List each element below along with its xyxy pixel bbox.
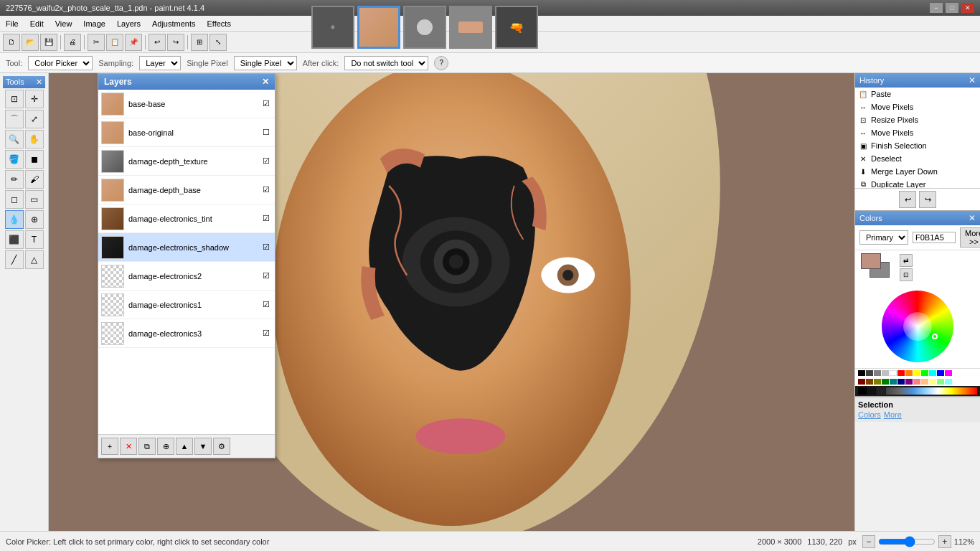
swatch-orange[interactable] [905,370,913,376]
recolor-tool[interactable]: ⬛ [5,230,24,249]
swatch-lightgray[interactable] [882,370,889,376]
history-item-resize[interactable]: ⊡ Resize Pixels [855,113,980,126]
tool-selector[interactable]: Color Picker [28,56,93,70]
menu-adjustments[interactable]: Adjustments [146,16,202,31]
line-tool[interactable]: ╱ [5,250,24,269]
layer-item-3[interactable]: damage-depth_base ☑ [98,176,275,204]
menu-effects[interactable]: Effects [202,16,237,31]
duplicate-layer-button[interactable]: ⧉ [138,438,156,455]
thumbnail-1[interactable]: ⊕ [311,6,354,49]
swatch-blue[interactable] [937,370,944,376]
history-item-merge[interactable]: ⬇ Merge Layer Down [855,165,980,178]
sampling-selector[interactable]: Layer [139,56,181,70]
minimize-button[interactable]: − [930,3,943,13]
history-item-paste[interactable]: 📋 Paste [855,88,980,100]
layer-properties-button[interactable]: ⚙ [213,438,230,455]
swatch-olive[interactable] [874,379,881,385]
swatch-vdark2[interactable] [867,387,876,395]
layers-list[interactable]: base-base ☑ base-original ☐ damage-depth… [98,90,275,434]
cut-button[interactable]: ✂ [88,34,105,51]
move-layer-up-button[interactable]: ▲ [176,438,193,455]
layer-visible-1[interactable]: ☐ [260,127,272,138]
color-wheel[interactable] [882,291,953,362]
layer-item-1[interactable]: base-original ☐ [98,118,275,147]
history-list[interactable]: 📋 Paste ↔ Move Pixels ⊡ Resize Pixels ↔ … [855,88,980,188]
history-item-move2[interactable]: ↔ Move Pixels [855,126,980,139]
pan-tool[interactable]: ✋ [25,130,44,149]
thumbnail-3[interactable] [403,6,446,49]
swatch-gray[interactable] [874,370,881,376]
layer-item-8[interactable]: damage-electronics3 ☑ [98,319,275,348]
swatch-lightcyan[interactable] [945,379,952,385]
toolbox-close-button[interactable]: ✕ [36,77,42,87]
swatch-green[interactable] [921,370,928,376]
move-selection-tool[interactable]: ⤢ [25,110,44,128]
history-close-button[interactable]: ✕ [969,75,976,85]
maximize-button[interactable]: □ [946,3,958,13]
swatch-darkorange[interactable] [866,379,873,385]
zoom-tool[interactable]: 🔍 [5,130,24,149]
paste-button[interactable]: 📌 [125,34,142,51]
layer-item-0[interactable]: base-base ☑ [98,90,275,118]
swatch-lightgreen[interactable] [937,379,944,385]
menu-view[interactable]: View [50,16,78,31]
canvas-area[interactable]: Layers ✕ base-base ☑ base-original ☐ dam… [49,73,854,531]
thumbnail-5[interactable]: 🔫 [495,6,538,49]
pencil-tool[interactable]: ✏ [5,170,24,189]
swatch-teal[interactable] [890,379,897,385]
add-layer-button[interactable]: + [101,438,118,455]
resize-button[interactable]: ⤡ [209,34,227,51]
undo-button[interactable]: ↩ [149,34,166,51]
menu-file[interactable]: File [0,16,24,31]
layer-visible-8[interactable]: ☑ [260,328,272,339]
hex-color-input[interactable] [913,232,956,243]
swatch-cyan[interactable] [929,370,936,376]
swatch-white[interactable] [890,370,897,376]
rectangle-tool[interactable]: ▭ [25,190,44,209]
swatch-lightred[interactable] [913,379,920,385]
reset-colors-button[interactable]: ⊡ [900,268,913,281]
color-mode-selector[interactable]: Primary [859,230,908,245]
delete-layer-button[interactable]: ✕ [120,438,137,455]
zoom-slider[interactable] [878,536,936,547]
swatch-darkred[interactable] [858,379,865,385]
gradient-tool[interactable]: ◼ [25,150,44,169]
swatch-darkgray[interactable] [866,370,873,376]
color-wheel-container[interactable] [855,285,980,368]
move-layer-down-button[interactable]: ▼ [194,438,212,455]
merge-button[interactable]: ⊕ [157,438,174,455]
swatch-vdark1[interactable] [858,387,867,395]
swatch-black[interactable] [858,370,865,376]
text-tool[interactable]: T [25,230,44,249]
color-picker-tool[interactable]: 💧 [5,210,24,229]
open-file-button[interactable]: 📂 [22,34,39,51]
layer-visible-4[interactable]: ☑ [260,213,272,225]
redo-button[interactable]: ↪ [167,34,184,51]
window-controls[interactable]: − □ ✕ [930,3,974,13]
paint-bucket-tool[interactable]: 🪣 [5,150,24,169]
eraser-tool[interactable]: ◻ [5,190,24,209]
save-file-button[interactable]: 💾 [40,34,57,51]
history-item-deselect[interactable]: ✕ Deselect [855,152,980,165]
layer-visible-6[interactable]: ☑ [260,270,272,282]
zoom-out-button[interactable]: − [862,535,875,548]
menu-layers[interactable]: Layers [111,16,146,31]
brush-tool[interactable]: 🖌 [25,170,44,189]
primary-color-box[interactable] [861,253,881,269]
close-button[interactable]: ✕ [961,3,974,13]
swatch-darkgreen[interactable] [882,379,889,385]
swatch-vdark3[interactable] [877,387,885,395]
colors-more-button[interactable]: More >> [960,227,980,248]
history-back-button[interactable]: ↩ [899,191,916,208]
swatch-darkblue[interactable] [897,379,905,385]
layer-visible-3[interactable]: ☑ [260,184,272,196]
move-tool[interactable]: ✛ [25,90,44,108]
crop-button[interactable]: ⊞ [191,34,208,51]
layer-visible-7[interactable]: ☑ [260,299,272,311]
layer-item-5[interactable]: damage-electronics_shadow ☑ [98,233,275,262]
layer-item-4[interactable]: damage-electronics_tint ☑ [98,204,275,233]
layer-item-2[interactable]: damage-depth_texture ☑ [98,147,275,176]
swatch-lightyellow[interactable] [929,379,936,385]
layer-visible-2[interactable]: ☑ [260,156,272,167]
menu-image[interactable]: Image [77,16,111,31]
